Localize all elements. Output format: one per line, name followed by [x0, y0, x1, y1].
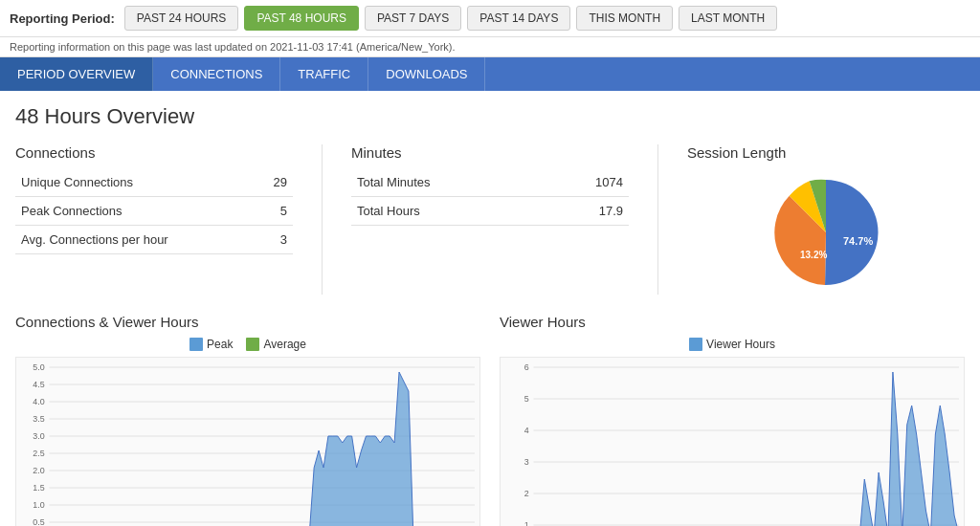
chart1-svg: 5.0 4.5 4.0 3.5 3.0 2.5 2.0 1.5 1.0 0.5 … — [16, 358, 479, 526]
svg-text:1.0: 1.0 — [33, 500, 44, 510]
chart2-area: 6 5 4 3 2 1 0 — [500, 357, 965, 526]
chart1-title: Connections & Viewer Hours — [15, 314, 480, 330]
minutes-title: Minutes — [351, 144, 629, 161]
svg-text:0.5: 0.5 — [33, 517, 44, 526]
conn-label-0: Unique Connections — [15, 168, 255, 197]
chart2-viewer-area — [534, 372, 959, 526]
tab-connections[interactable]: CONNECTIONS — [153, 57, 280, 91]
connections-section: Connections Unique Connections 29 Peak C… — [15, 144, 293, 295]
divider-1 — [322, 144, 323, 295]
svg-text:3.0: 3.0 — [33, 431, 44, 441]
conn-val-1: 5 — [255, 197, 293, 226]
btn-7d[interactable]: PAST 7 DAYS — [365, 6, 461, 31]
tab-traffic[interactable]: TRAFFIC — [280, 57, 368, 91]
svg-text:2.0: 2.0 — [33, 466, 44, 475]
min-label-1: Total Hours — [351, 197, 541, 226]
svg-text:4: 4 — [524, 426, 529, 435]
svg-text:4.0: 4.0 — [33, 397, 44, 406]
btn-24h[interactable]: PAST 24 HOURS — [124, 6, 239, 31]
nav-tabs: PERIOD OVERVIEW CONNECTIONS TRAFFIC DOWN… — [0, 57, 980, 91]
conn-label-1: Peak Connections — [15, 197, 255, 226]
btn-48h[interactable]: PAST 48 HOURS — [244, 6, 359, 31]
legend-viewer-icon: Viewer Hours — [689, 338, 775, 351]
svg-text:2.5: 2.5 — [33, 449, 44, 458]
session-length-title: Session Length — [687, 144, 965, 161]
tab-period-overview[interactable]: PERIOD OVERVIEW — [0, 57, 153, 91]
conn-val-2: 3 — [255, 226, 293, 254]
svg-text:6: 6 — [524, 362, 529, 372]
legend-avg-label: Average — [263, 338, 305, 351]
chart2-legend: Viewer Hours — [500, 338, 965, 351]
svg-text:3: 3 — [524, 457, 529, 467]
connections-title: Connections — [15, 144, 293, 161]
session-length-section: Session Length — [687, 144, 965, 295]
stats-row: Connections Unique Connections 29 Peak C… — [15, 144, 965, 295]
svg-text:5.0: 5.0 — [33, 362, 44, 372]
btn-this-month[interactable]: THIS MONTH — [576, 6, 673, 31]
tab-downloads[interactable]: DOWNLOADS — [368, 57, 485, 91]
minutes-section: Minutes Total Minutes 1074 Total Hours 1… — [351, 144, 629, 295]
table-row: Total Minutes 1074 — [351, 168, 629, 197]
pie-segment-blue — [825, 180, 878, 285]
page-title: 48 Hours Overview — [15, 104, 965, 129]
btn-last-month[interactable]: LAST MONTH — [679, 6, 777, 31]
chart2-svg: 6 5 4 3 2 1 0 — [501, 358, 964, 526]
svg-text:1.5: 1.5 — [33, 483, 44, 493]
main-content: 48 Hours Overview Connections Unique Con… — [0, 91, 980, 526]
conn-val-0: 29 — [255, 168, 293, 197]
svg-text:5: 5 — [524, 394, 529, 404]
legend-peak-icon: Peak — [189, 338, 233, 351]
connections-table: Unique Connections 29 Peak Connections 5… — [15, 168, 293, 254]
chart2-box: Viewer Hours Viewer Hours — [500, 314, 965, 526]
btn-14d[interactable]: PAST 14 DAYS — [467, 6, 570, 31]
table-row: Unique Connections 29 — [15, 168, 293, 197]
chart1-area: 5.0 4.5 4.0 3.5 3.0 2.5 2.0 1.5 1.0 0.5 … — [15, 357, 480, 526]
minutes-table: Total Minutes 1074 Total Hours 17.9 — [351, 168, 629, 226]
charts-row: Connections & Viewer Hours Peak Average — [15, 314, 965, 526]
svg-text:4.5: 4.5 — [33, 380, 44, 389]
svg-text:2: 2 — [524, 489, 529, 498]
legend-viewer-label: Viewer Hours — [706, 338, 775, 351]
table-row: Peak Connections 5 — [15, 197, 293, 226]
pie-chart-container: 74.7% 13.2% — [687, 170, 965, 295]
session-pie-chart: 74.7% 13.2% — [749, 170, 902, 295]
chart1-legend: Peak Average — [15, 338, 480, 351]
table-row: Total Hours 17.9 — [351, 197, 629, 226]
svg-text:3.5: 3.5 — [33, 414, 44, 424]
peak-color-dot — [189, 338, 203, 351]
legend-peak-label: Peak — [207, 338, 233, 351]
period-label: Reporting Period: — [10, 11, 115, 26]
chart1-box: Connections & Viewer Hours Peak Average — [15, 314, 480, 526]
chart2-title: Viewer Hours — [500, 314, 965, 330]
min-val-1: 17.9 — [541, 197, 629, 226]
divider-2 — [657, 144, 658, 295]
top-bar: Reporting Period: PAST 24 HOURS PAST 48 … — [0, 0, 980, 37]
pie-label-orange: 13.2% — [800, 250, 827, 260]
min-label-0: Total Minutes — [351, 168, 541, 197]
table-row: Avg. Connections per hour 3 — [15, 226, 293, 254]
viewer-color-dot — [689, 338, 702, 351]
legend-avg-icon: Average — [246, 338, 305, 351]
min-val-0: 1074 — [541, 168, 629, 197]
conn-label-2: Avg. Connections per hour — [15, 226, 255, 254]
svg-text:1: 1 — [524, 520, 529, 526]
pie-label-blue: 74.7% — [843, 235, 873, 247]
chart1-peak-area — [50, 372, 475, 526]
last-updated-text: Reporting information on this page was l… — [0, 37, 980, 57]
avg-color-dot — [246, 338, 259, 351]
